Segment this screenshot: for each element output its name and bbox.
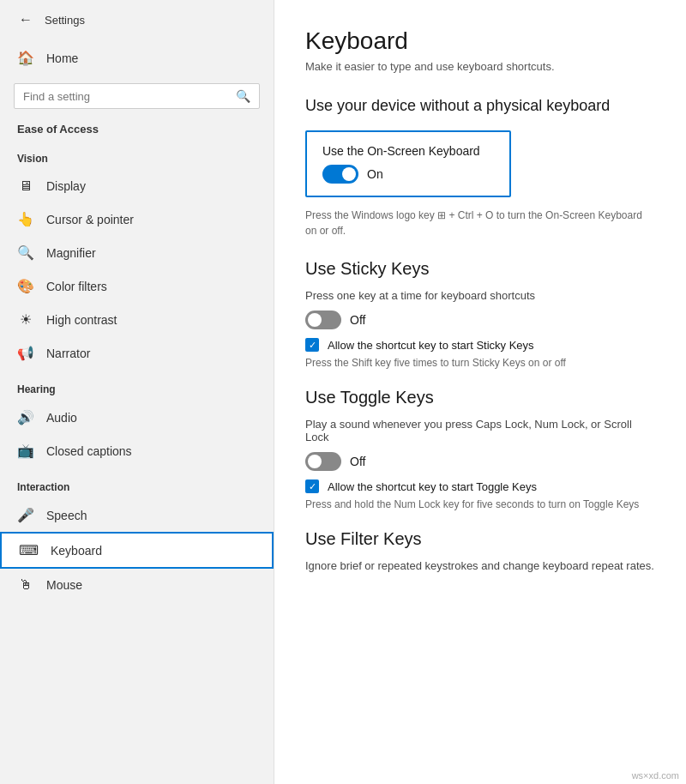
keyboard-icon: ⌨ bbox=[19, 542, 39, 558]
sidebar-item-speech[interactable]: 🎤 Speech bbox=[0, 498, 274, 532]
section1-title: Use your device without a physical keybo… bbox=[305, 97, 655, 115]
toggle-keys-title: Use Toggle Keys bbox=[305, 388, 655, 407]
search-input[interactable] bbox=[23, 90, 231, 103]
sidebar-item-magnifier[interactable]: 🔍 Magnifier bbox=[0, 236, 274, 269]
ease-of-access-label: Ease of Access bbox=[0, 116, 274, 139]
vision-section-label: Vision bbox=[0, 139, 274, 170]
filter-keys-desc: Ignore brief or repeated keystrokes and … bbox=[305, 559, 655, 572]
sidebar-item-narrator[interactable]: 📢 Narrator bbox=[0, 336, 274, 370]
sticky-keys-checkbox[interactable]: ✓ bbox=[305, 338, 319, 352]
search-box: 🔍 bbox=[14, 83, 260, 109]
onscreen-hint: Press the Windows logo key ⊞ + Ctrl + O … bbox=[305, 208, 655, 238]
toggle-keys-desc: Play a sound whenever you press Caps Loc… bbox=[305, 418, 655, 443]
home-label: Home bbox=[46, 51, 78, 65]
sidebar-item-home[interactable]: 🏠 Home bbox=[0, 39, 274, 76]
audio-icon: 🔊 bbox=[17, 409, 34, 425]
sidebar-item-highcontrast-label: High contrast bbox=[46, 313, 117, 327]
narrator-icon: 📢 bbox=[17, 345, 34, 361]
toggle-keys-checkbox-hint: Press and hold the Num Lock key for five… bbox=[305, 497, 655, 512]
sticky-keys-status: Off bbox=[350, 313, 365, 327]
sidebar-item-magnifier-label: Magnifier bbox=[46, 246, 96, 260]
page-subtitle: Make it easier to type and use keyboard … bbox=[305, 60, 655, 73]
mouse-icon: 🖱 bbox=[17, 577, 34, 593]
toggle-keys-checkbox-label: Allow the shortcut key to start Toggle K… bbox=[328, 480, 537, 493]
sidebar-item-cursor-label: Cursor & pointer bbox=[46, 213, 134, 226]
sticky-keys-title: Use Sticky Keys bbox=[305, 259, 655, 279]
onscreen-keyboard-label: Use the On-Screen Keyboard bbox=[322, 144, 494, 158]
home-icon: 🏠 bbox=[17, 50, 34, 66]
sidebar-item-mouse-label: Mouse bbox=[46, 578, 82, 592]
sidebar-item-audio-label: Audio bbox=[46, 411, 77, 425]
sticky-keys-toggle[interactable] bbox=[305, 311, 341, 329]
toggle-keys-checkbox[interactable]: ✓ bbox=[305, 479, 319, 493]
sticky-keys-checkbox-row: ✓ Allow the shortcut key to start Sticky… bbox=[305, 338, 655, 352]
main-content: Keyboard Make it easier to type and use … bbox=[274, 0, 686, 784]
cursor-icon: 👆 bbox=[17, 211, 34, 227]
sidebar-item-speech-label: Speech bbox=[46, 509, 87, 522]
sidebar-item-audio[interactable]: 🔊 Audio bbox=[0, 401, 274, 434]
back-button[interactable]: ← bbox=[14, 10, 38, 29]
sidebar-item-colorfilters-label: Color filters bbox=[46, 280, 107, 293]
colorfilters-icon: 🎨 bbox=[17, 278, 34, 294]
display-icon: 🖥 bbox=[17, 178, 34, 194]
toggle-keys-checkbox-row: ✓ Allow the shortcut key to start Toggle… bbox=[305, 479, 655, 493]
sidebar-item-closedcaptions-label: Closed captions bbox=[46, 444, 132, 458]
sidebar-item-colorfilters[interactable]: 🎨 Color filters bbox=[0, 269, 274, 303]
sidebar-item-display[interactable]: 🖥 Display bbox=[0, 170, 274, 202]
onscreen-keyboard-toggle[interactable] bbox=[322, 165, 358, 184]
sidebar: ← Settings 🏠 Home 🔍 Ease of Access Visio… bbox=[0, 0, 274, 784]
sidebar-item-display-label: Display bbox=[46, 179, 86, 193]
sticky-keys-desc: Press one key at a time for keyboard sho… bbox=[305, 289, 655, 302]
interaction-section-label: Interaction bbox=[0, 467, 274, 498]
magnifier-icon: 🔍 bbox=[17, 244, 34, 261]
closedcaptions-icon: 📺 bbox=[17, 443, 34, 459]
sidebar-item-cursor[interactable]: 👆 Cursor & pointer bbox=[0, 202, 274, 236]
filter-keys-title: Use Filter Keys bbox=[305, 529, 655, 549]
hearing-section-label: Hearing bbox=[0, 370, 274, 401]
toggle-keys-toggle[interactable] bbox=[305, 452, 341, 471]
onscreen-toggle-row: On bbox=[322, 165, 494, 184]
sidebar-item-highcontrast[interactable]: ☀ High contrast bbox=[0, 303, 274, 336]
toggle-keys-status: Off bbox=[350, 455, 365, 468]
sidebar-item-closedcaptions[interactable]: 📺 Closed captions bbox=[0, 434, 274, 467]
highcontrast-icon: ☀ bbox=[17, 311, 34, 328]
sidebar-item-keyboard-label: Keyboard bbox=[51, 544, 102, 558]
sticky-keys-checkbox-hint: Press the Shift key five times to turn S… bbox=[305, 355, 655, 371]
sidebar-item-keyboard[interactable]: ⌨ Keyboard bbox=[0, 532, 274, 569]
onscreen-toggle-status: On bbox=[367, 167, 383, 181]
onscreen-keyboard-card: Use the On-Screen Keyboard On bbox=[305, 130, 511, 197]
title-bar: ← Settings bbox=[0, 0, 274, 39]
sidebar-item-narrator-label: Narrator bbox=[46, 347, 90, 360]
sticky-keys-toggle-row: Off bbox=[305, 311, 655, 329]
sidebar-item-mouse[interactable]: 🖱 Mouse bbox=[0, 569, 274, 601]
toggle-keys-toggle-row: Off bbox=[305, 452, 655, 471]
watermark: ws×xd.com bbox=[632, 770, 679, 781]
speech-icon: 🎤 bbox=[17, 507, 34, 523]
sticky-keys-checkbox-label: Allow the shortcut key to start Sticky K… bbox=[328, 339, 534, 352]
search-icon: 🔍 bbox=[236, 89, 250, 103]
page-title: Keyboard bbox=[305, 27, 655, 55]
settings-title: Settings bbox=[45, 14, 85, 27]
